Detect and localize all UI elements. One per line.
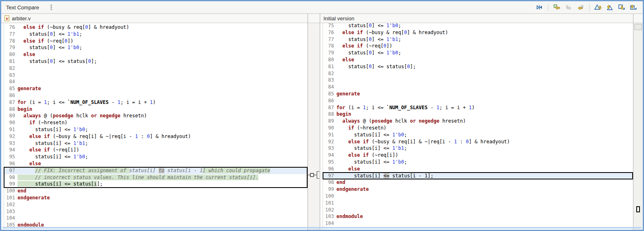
code-line[interactable]: 102: [323, 207, 633, 214]
view-menu-icon[interactable]: [50, 4, 53, 11]
code-line[interactable]: 90 if (~hresetn): [4, 119, 308, 126]
code-line[interactable]: 94 else if (~req[i]): [323, 152, 633, 159]
code-line[interactable]: 79 status[0] <= 1'b0;: [4, 44, 308, 51]
next-change-icon[interactable]: [617, 3, 626, 11]
code-line[interactable]: 98 // incorrect status values. This line…: [4, 174, 308, 181]
right-pane-title: Initial version: [323, 15, 354, 22]
code-line[interactable]: 94 else if (~req[i]): [4, 147, 308, 153]
code-line[interactable]: 80 else: [4, 51, 308, 58]
code-line[interactable]: 97 // FIX: Incorrect assignment of statu…: [4, 167, 308, 174]
copy-all-from-right-to-left-icon[interactable]: [552, 3, 561, 11]
code-line[interactable]: 86: [323, 97, 633, 104]
diff-connector[interactable]: [308, 168, 320, 184]
code-line[interactable]: 103endmodule: [323, 213, 633, 220]
line-number: 93: [323, 145, 336, 152]
code-line[interactable]: 83: [4, 72, 308, 79]
line-number: 91: [323, 132, 336, 138]
line-number: 85: [323, 91, 336, 97]
code-line[interactable]: 93 status[i] <= 1'b1;: [4, 140, 308, 147]
code-line[interactable]: 79 status[0] <= 1'b0;: [323, 50, 633, 56]
code-line[interactable]: 99 status[i] <= status[i];: [4, 181, 308, 188]
code-line[interactable]: 77 status[0] <= 1'b1;: [4, 31, 308, 38]
left-code-area[interactable]: 76 else if (~busy & req[0] & hreadyout)7…: [1, 23, 308, 230]
line-number: 102: [4, 201, 17, 208]
code-line[interactable]: 81 status[0] <= status[0];: [323, 63, 633, 70]
code-line[interactable]: 95 status[i] <= 1'b0;: [323, 159, 633, 166]
code-line[interactable]: 89 always @ (posedge hclk or negedge hre…: [4, 112, 308, 119]
overview-ruler[interactable]: [633, 14, 643, 230]
code-line[interactable]: 88begin: [323, 111, 633, 118]
swap-left-and-right-icon[interactable]: [535, 3, 544, 11]
code-line[interactable]: 80 else: [323, 56, 633, 63]
code-line[interactable]: 100end: [4, 188, 308, 194]
overview-diff-marker[interactable]: [636, 206, 640, 212]
compare-toolbar: [535, 3, 638, 11]
next-difference-icon[interactable]: [594, 3, 603, 11]
text-compare-window: Text Compare: [0, 0, 644, 231]
toolbar-separator: [589, 4, 589, 11]
code-line[interactable]: 82: [323, 70, 633, 77]
left-pane-title: arbiter.v: [12, 15, 31, 22]
line-number: 83: [323, 77, 336, 84]
previous-change-icon[interactable]: [629, 3, 638, 11]
code-line[interactable]: 86: [4, 92, 308, 99]
code-line[interactable]: 87for (i = 1; i <= `NUM_OF_SLAVES - 1; i…: [323, 104, 633, 111]
left-pane-header: v arbiter.v: [1, 14, 308, 23]
code-line[interactable]: 76 else if (~busy & req[0] & hreadyout): [323, 29, 633, 36]
code-line[interactable]: 85generate: [4, 85, 308, 92]
code-line[interactable]: 77 status[0] <= 1'b1;: [323, 36, 633, 43]
code-line[interactable]: 96 else: [4, 160, 308, 167]
center-strip-header: [308, 14, 320, 23]
right-code-area[interactable]: 75 status[0] <= 1'b0;76 else if (~busy &…: [320, 23, 633, 230]
code-line[interactable]: 101: [323, 200, 633, 207]
code-line[interactable]: 85generate: [323, 91, 633, 97]
copy-current-change-from-right-to-left-icon[interactable]: [576, 3, 585, 11]
code-line[interactable]: 76 else if (~busy & req[0] & hreadyout): [4, 24, 308, 31]
code-line[interactable]: 84: [4, 78, 308, 85]
code-line[interactable]: 75 status[0] <= 1'b0;: [323, 23, 633, 29]
overview-ruler-button[interactable]: [634, 24, 642, 30]
line-number: 86: [323, 97, 336, 104]
copy-current-change-from-left-to-right-icon[interactable]: [564, 3, 573, 11]
code-line[interactable]: 82: [4, 65, 308, 72]
line-number: 98: [4, 174, 17, 181]
code-line[interactable]: 92 else if (~busy & req[i] & ~|req[i - 1…: [323, 138, 633, 145]
toolbar-separator: [548, 4, 548, 11]
compare-body: v arbiter.v 76 else if (~busy & req[0] &…: [1, 14, 643, 230]
code-line[interactable]: 100: [323, 193, 633, 200]
code-line[interactable]: 83: [323, 77, 633, 84]
code-line[interactable]: 103: [4, 208, 308, 215]
code-line[interactable]: 98end: [323, 179, 633, 186]
code-line[interactable]: 84: [323, 84, 633, 91]
code-line[interactable]: 96 else: [323, 166, 633, 173]
code-line[interactable]: 87for (i = 1; i <= `NUM_OF_SLAVES - 1; i…: [4, 99, 308, 106]
bottom-scroll-strip: [2, 227, 642, 229]
line-number: 78: [4, 38, 17, 45]
code-line[interactable]: 88begin: [4, 106, 308, 113]
previous-difference-icon[interactable]: [605, 3, 614, 11]
code-line[interactable]: 104: [4, 215, 308, 222]
line-number: 79: [4, 44, 17, 51]
line-number: 93: [4, 140, 17, 147]
code-line[interactable]: 97 status[i] <= status[i - 1];: [323, 173, 633, 179]
right-pane-header: Initial version: [320, 14, 633, 23]
code-line[interactable]: 90 if (~hresetn): [323, 125, 633, 132]
code-line[interactable]: 101endgenerate: [4, 194, 308, 201]
code-line[interactable]: 95 status[i] <= 1'b0;: [4, 153, 308, 160]
line-number: 104: [323, 220, 336, 227]
line-number: 97: [323, 173, 336, 179]
code-line[interactable]: 78 else if (~req[0]): [323, 43, 633, 50]
code-line[interactable]: 99endgenerate: [323, 186, 633, 193]
line-number: 101: [4, 194, 17, 201]
code-line[interactable]: 81 status[0] <= status[0];: [4, 58, 308, 65]
code-line[interactable]: 89 always @ (posedge hclk or negedge hre…: [323, 118, 633, 125]
line-number: 101: [323, 200, 336, 207]
code-line[interactable]: 92 else if (~busy & req[i] & ~|req[i - 1…: [4, 133, 308, 140]
view-title: Text Compare: [6, 4, 39, 11]
code-line[interactable]: 91 status[i] <= 1'b0;: [323, 132, 633, 138]
code-line[interactable]: 93 status[i] <= 1'b1;: [323, 145, 633, 152]
code-line[interactable]: 102: [4, 201, 308, 208]
code-line[interactable]: 78 else if (~req[0]): [4, 38, 308, 45]
code-line[interactable]: 104: [323, 220, 633, 227]
code-line[interactable]: 91 status[i] <= 1'b0;: [4, 126, 308, 133]
